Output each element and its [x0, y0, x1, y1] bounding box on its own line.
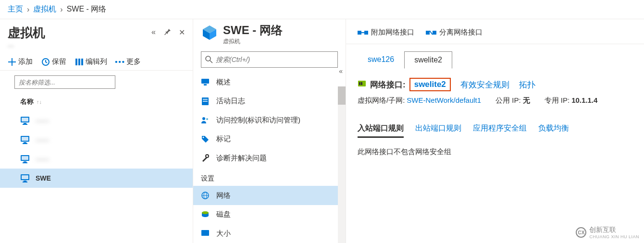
topology-link[interactable]: 拓扑	[519, 79, 535, 90]
watermark: CX 创新互联 CHUANG XIN HU LIAN	[576, 226, 639, 239]
search-box[interactable]	[201, 51, 338, 68]
panel-subtitle-blurred: —	[0, 42, 193, 53]
nav-label: 访问控制(标识和访问管理)	[216, 116, 300, 125]
monitor-icon	[201, 78, 210, 86]
toolbar: 添加 保留 编辑列 ••• 更多	[0, 53, 193, 71]
plus-icon	[8, 58, 16, 66]
breadcrumb-home[interactable]: 主页	[8, 4, 23, 14]
nav-tags[interactable]: 标记	[193, 130, 346, 149]
vm-row[interactable]: ——	[0, 130, 193, 149]
vm-name-blurred: ——	[36, 136, 49, 144]
detach-nic-button[interactable]: 分离网络接口	[426, 28, 483, 37]
nav-network[interactable]: 网络	[193, 186, 346, 205]
detach-icon	[426, 29, 435, 36]
watermark-logo-icon: CX	[576, 227, 586, 238]
nav-overview[interactable]: 概述	[193, 73, 346, 92]
nic-tabs: swe126 swelite2	[346, 44, 644, 68]
nav-size[interactable]: 大小	[193, 224, 346, 243]
more-button[interactable]: ••• 更多	[116, 57, 141, 66]
nav-label: 诊断并解决问题	[216, 154, 267, 163]
vm-list: —— —— —— SWE	[0, 111, 193, 188]
attach-nic-button[interactable]: 附加网络接口	[358, 28, 414, 37]
resource-title: SWE - 网络	[223, 24, 283, 36]
sort-icon: ↑↓	[37, 99, 42, 105]
tab-swe126[interactable]: swe126	[358, 51, 404, 68]
edit-columns-button[interactable]: 编辑列	[75, 57, 107, 66]
collapse-icon[interactable]: «	[339, 67, 343, 75]
effective-security-rules-link[interactable]: 有效安全规则	[460, 79, 509, 90]
vm-name-blurred: ——	[36, 117, 49, 124]
nic-name-link[interactable]: swelite2	[409, 78, 451, 91]
svg-rect-47	[361, 82, 362, 85]
scrollbar-thumb[interactable]	[338, 86, 346, 105]
watermark-subtext: CHUANG XIN HU LIAN	[589, 234, 639, 239]
nav-label: 网络	[216, 191, 231, 200]
svg-rect-18	[24, 181, 26, 182]
ellipsis-icon: •••	[116, 58, 124, 66]
filter-input[interactable]	[14, 75, 115, 89]
nic-label: 网络接口: swelite2	[358, 78, 451, 91]
svg-rect-41	[364, 31, 368, 35]
resource-nav-panel: SWE - 网络 虚拟机 « 概述 活动日志 访问控制(标识和访问管理)	[193, 19, 346, 243]
vnet-label: 虚拟网络/子网:	[358, 96, 405, 105]
attach-icon	[358, 29, 367, 36]
subtab-asg[interactable]: 应用程序安全组	[473, 123, 527, 138]
subtab-lb[interactable]: 负载均衡	[538, 123, 569, 138]
svg-rect-14	[24, 161, 26, 162]
nic-icon	[358, 79, 366, 90]
tab-swelite2[interactable]: swelite2	[404, 51, 452, 69]
collapse-icon[interactable]: «	[151, 28, 156, 37]
nav-access-control[interactable]: 访问控制(标识和访问管理)	[193, 111, 346, 130]
svg-line-24	[210, 61, 212, 63]
svg-point-23	[206, 56, 211, 61]
svg-rect-3	[81, 59, 83, 65]
breadcrumb-current: SWE - 网络	[67, 4, 107, 14]
column-header-label: 名称	[20, 97, 34, 106]
svg-rect-6	[24, 123, 26, 124]
cube-icon	[201, 24, 218, 41]
vm-icon	[20, 135, 30, 144]
breadcrumb-vms[interactable]: 虚拟机	[33, 4, 56, 14]
svg-rect-5	[22, 118, 28, 122]
svg-rect-9	[22, 137, 28, 141]
svg-rect-11	[23, 143, 27, 144]
nav-label: 磁盘	[216, 210, 231, 219]
vm-row[interactable]: ——	[0, 111, 193, 130]
subtab-inbound[interactable]: 入站端口规则	[358, 123, 404, 138]
add-label: 添加	[18, 57, 33, 66]
svg-point-38	[202, 211, 209, 214]
vm-row[interactable]: ——	[0, 149, 193, 169]
svg-rect-29	[203, 101, 208, 102]
public-ip-label: 公用 IP:	[495, 96, 521, 105]
clock-icon	[41, 58, 50, 66]
edit-columns-label: 编辑列	[86, 57, 107, 66]
vm-name: SWE	[36, 174, 51, 182]
column-header-name[interactable]: 名称 ↑↓	[0, 91, 193, 111]
subtab-outbound[interactable]: 出站端口规则	[415, 123, 461, 138]
nav-section-settings: 设置	[193, 168, 346, 186]
reserve-button[interactable]: 保留	[41, 57, 66, 66]
search-icon	[205, 56, 213, 63]
scrollbar[interactable]	[338, 86, 346, 243]
panel-title: 虚拟机	[8, 24, 151, 41]
nav-diagnose[interactable]: 诊断并解决问题	[193, 149, 346, 168]
vm-name-blurred: ——	[36, 155, 49, 163]
private-ip-value: 10.1.1.4	[571, 96, 597, 105]
nav-list: 概述 活动日志 访问控制(标识和访问管理) 标记 诊断并解决问题 设置 网络	[193, 73, 346, 243]
rules-subtabs: 入站端口规则 出站端口规则 应用程序安全组 负载均衡	[346, 115, 644, 138]
svg-rect-40	[358, 31, 361, 35]
nav-activity-log[interactable]: 活动日志	[193, 92, 346, 111]
vnet-value-link[interactable]: SWE-NetWork/default1	[407, 96, 481, 105]
nav-disks[interactable]: 磁盘	[193, 205, 346, 224]
vm-icon	[20, 116, 30, 125]
vm-row-selected[interactable]: SWE	[0, 169, 193, 188]
pin-icon[interactable]	[163, 28, 171, 37]
svg-point-31	[206, 118, 208, 120]
people-icon	[201, 116, 210, 124]
search-input[interactable]	[216, 56, 334, 63]
log-icon	[201, 97, 210, 106]
close-icon[interactable]: ✕	[179, 28, 185, 37]
add-button[interactable]: 添加	[8, 57, 33, 66]
svg-rect-42	[426, 31, 430, 35]
breadcrumb: 主页 › 虚拟机 › SWE - 网络	[0, 0, 644, 19]
